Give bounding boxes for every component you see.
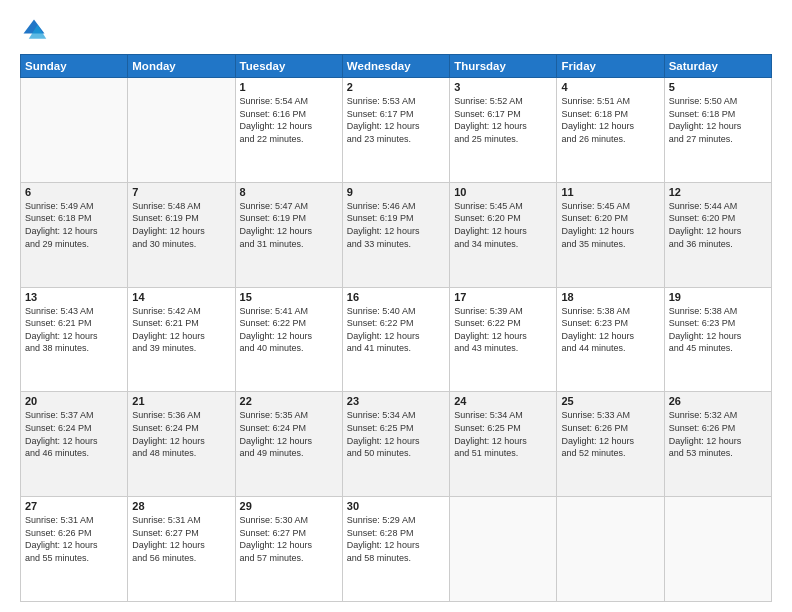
- cell-info-line: Sunset: 6:27 PM: [240, 527, 338, 540]
- cell-info-line: Daylight: 12 hours: [347, 539, 445, 552]
- cell-info-line: Daylight: 12 hours: [561, 120, 659, 133]
- cell-info-line: Sunset: 6:16 PM: [240, 108, 338, 121]
- cell-info-line: Sunset: 6:19 PM: [347, 212, 445, 225]
- calendar-cell: 3Sunrise: 5:52 AMSunset: 6:17 PMDaylight…: [450, 78, 557, 183]
- cell-info-line: Sunset: 6:24 PM: [25, 422, 123, 435]
- cell-info-line: Sunset: 6:23 PM: [669, 317, 767, 330]
- calendar-cell: 28Sunrise: 5:31 AMSunset: 6:27 PMDayligh…: [128, 497, 235, 602]
- calendar-cell: 27Sunrise: 5:31 AMSunset: 6:26 PMDayligh…: [21, 497, 128, 602]
- cell-info-line: Sunset: 6:21 PM: [25, 317, 123, 330]
- day-number: 15: [240, 291, 338, 303]
- cell-info-line: and 45 minutes.: [669, 342, 767, 355]
- calendar-cell: 4Sunrise: 5:51 AMSunset: 6:18 PMDaylight…: [557, 78, 664, 183]
- day-number: 12: [669, 186, 767, 198]
- cell-info-line: Daylight: 12 hours: [561, 435, 659, 448]
- calendar-cell: 21Sunrise: 5:36 AMSunset: 6:24 PMDayligh…: [128, 392, 235, 497]
- cell-info-line: Daylight: 12 hours: [25, 435, 123, 448]
- cell-info-line: Sunrise: 5:50 AM: [669, 95, 767, 108]
- cell-info-line: Sunset: 6:22 PM: [454, 317, 552, 330]
- cell-info-line: Sunset: 6:19 PM: [132, 212, 230, 225]
- cell-info-line: Sunrise: 5:31 AM: [25, 514, 123, 527]
- cell-info-line: and 43 minutes.: [454, 342, 552, 355]
- cell-info-line: Daylight: 12 hours: [240, 120, 338, 133]
- day-header-tuesday: Tuesday: [235, 55, 342, 78]
- cell-info-line: Daylight: 12 hours: [347, 435, 445, 448]
- day-number: 25: [561, 395, 659, 407]
- calendar-cell: 24Sunrise: 5:34 AMSunset: 6:25 PMDayligh…: [450, 392, 557, 497]
- calendar-cell: 7Sunrise: 5:48 AMSunset: 6:19 PMDaylight…: [128, 182, 235, 287]
- calendar-week-row: 13Sunrise: 5:43 AMSunset: 6:21 PMDayligh…: [21, 287, 772, 392]
- cell-info-line: Daylight: 12 hours: [347, 120, 445, 133]
- cell-info-line: Sunset: 6:19 PM: [240, 212, 338, 225]
- cell-info-line: and 27 minutes.: [669, 133, 767, 146]
- cell-info-line: Sunset: 6:17 PM: [454, 108, 552, 121]
- cell-info-line: Daylight: 12 hours: [669, 330, 767, 343]
- day-number: 28: [132, 500, 230, 512]
- header: [20, 16, 772, 44]
- cell-info-line: Sunset: 6:20 PM: [454, 212, 552, 225]
- cell-info-line: Sunset: 6:17 PM: [347, 108, 445, 121]
- day-number: 16: [347, 291, 445, 303]
- cell-info-line: Sunrise: 5:42 AM: [132, 305, 230, 318]
- calendar-cell: 13Sunrise: 5:43 AMSunset: 6:21 PMDayligh…: [21, 287, 128, 392]
- calendar-cell: [450, 497, 557, 602]
- day-number: 1: [240, 81, 338, 93]
- calendar-cell: 5Sunrise: 5:50 AMSunset: 6:18 PMDaylight…: [664, 78, 771, 183]
- calendar-cell: 19Sunrise: 5:38 AMSunset: 6:23 PMDayligh…: [664, 287, 771, 392]
- cell-info-line: Daylight: 12 hours: [132, 225, 230, 238]
- cell-info-line: Sunrise: 5:38 AM: [669, 305, 767, 318]
- cell-info-line: and 52 minutes.: [561, 447, 659, 460]
- cell-info-line: Sunrise: 5:38 AM: [561, 305, 659, 318]
- day-header-wednesday: Wednesday: [342, 55, 449, 78]
- cell-info-line: Daylight: 12 hours: [25, 330, 123, 343]
- calendar-cell: [557, 497, 664, 602]
- cell-info-line: Daylight: 12 hours: [240, 330, 338, 343]
- cell-info-line: Sunset: 6:26 PM: [25, 527, 123, 540]
- day-number: 24: [454, 395, 552, 407]
- day-number: 10: [454, 186, 552, 198]
- day-number: 26: [669, 395, 767, 407]
- cell-info-line: Daylight: 12 hours: [669, 225, 767, 238]
- calendar-cell: 1Sunrise: 5:54 AMSunset: 6:16 PMDaylight…: [235, 78, 342, 183]
- cell-info-line: and 22 minutes.: [240, 133, 338, 146]
- calendar-cell: 30Sunrise: 5:29 AMSunset: 6:28 PMDayligh…: [342, 497, 449, 602]
- day-number: 17: [454, 291, 552, 303]
- cell-info-line: and 49 minutes.: [240, 447, 338, 460]
- cell-info-line: Sunset: 6:20 PM: [561, 212, 659, 225]
- logo-icon: [20, 16, 48, 44]
- cell-info-line: and 31 minutes.: [240, 238, 338, 251]
- cell-info-line: Sunrise: 5:47 AM: [240, 200, 338, 213]
- cell-info-line: Sunset: 6:27 PM: [132, 527, 230, 540]
- cell-info-line: Sunset: 6:24 PM: [240, 422, 338, 435]
- calendar-week-row: 1Sunrise: 5:54 AMSunset: 6:16 PMDaylight…: [21, 78, 772, 183]
- cell-info-line: Daylight: 12 hours: [240, 225, 338, 238]
- cell-info-line: Daylight: 12 hours: [454, 225, 552, 238]
- cell-info-line: Daylight: 12 hours: [240, 435, 338, 448]
- day-number: 6: [25, 186, 123, 198]
- cell-info-line: Sunrise: 5:48 AM: [132, 200, 230, 213]
- cell-info-line: and 30 minutes.: [132, 238, 230, 251]
- cell-info-line: and 29 minutes.: [25, 238, 123, 251]
- cell-info-line: Sunrise: 5:52 AM: [454, 95, 552, 108]
- cell-info-line: Daylight: 12 hours: [669, 435, 767, 448]
- calendar-cell: 18Sunrise: 5:38 AMSunset: 6:23 PMDayligh…: [557, 287, 664, 392]
- cell-info-line: Sunset: 6:25 PM: [347, 422, 445, 435]
- calendar-table: SundayMondayTuesdayWednesdayThursdayFrid…: [20, 54, 772, 602]
- calendar-cell: [664, 497, 771, 602]
- calendar-cell: 6Sunrise: 5:49 AMSunset: 6:18 PMDaylight…: [21, 182, 128, 287]
- day-number: 13: [25, 291, 123, 303]
- day-header-saturday: Saturday: [664, 55, 771, 78]
- cell-info-line: Daylight: 12 hours: [561, 225, 659, 238]
- calendar-cell: 15Sunrise: 5:41 AMSunset: 6:22 PMDayligh…: [235, 287, 342, 392]
- cell-info-line: Sunset: 6:22 PM: [240, 317, 338, 330]
- cell-info-line: and 50 minutes.: [347, 447, 445, 460]
- day-number: 18: [561, 291, 659, 303]
- cell-info-line: Sunrise: 5:40 AM: [347, 305, 445, 318]
- cell-info-line: and 56 minutes.: [132, 552, 230, 565]
- cell-info-line: and 44 minutes.: [561, 342, 659, 355]
- cell-info-line: Sunrise: 5:45 AM: [454, 200, 552, 213]
- cell-info-line: Sunrise: 5:33 AM: [561, 409, 659, 422]
- day-number: 22: [240, 395, 338, 407]
- page: SundayMondayTuesdayWednesdayThursdayFrid…: [0, 0, 792, 612]
- cell-info-line: Sunrise: 5:30 AM: [240, 514, 338, 527]
